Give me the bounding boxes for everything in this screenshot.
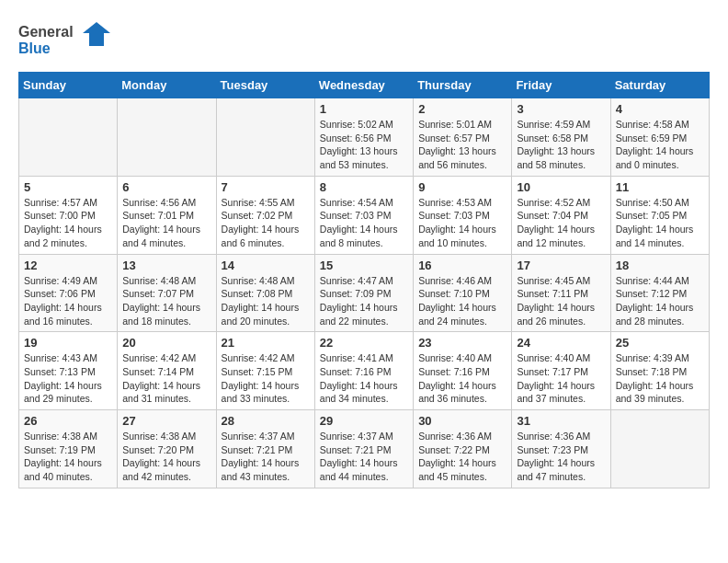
logo-svg: GeneralBlue bbox=[18, 18, 119, 63]
cell-text-line: Daylight: 14 hours and 29 minutes. bbox=[24, 379, 112, 406]
calendar-cell: 3Sunrise: 4:59 AMSunset: 6:58 PMDaylight… bbox=[512, 98, 610, 177]
cell-text-line: Sunrise: 4:41 AM bbox=[320, 351, 408, 365]
cell-text-line: Daylight: 13 hours and 58 minutes. bbox=[517, 144, 605, 171]
cell-text-line: Sunset: 7:15 PM bbox=[222, 365, 310, 379]
cell-text-line: Sunrise: 4:48 AM bbox=[222, 274, 310, 288]
cell-text-line: Sunrise: 4:42 AM bbox=[222, 351, 310, 365]
cell-text-line: Daylight: 14 hours and 12 minutes. bbox=[517, 223, 605, 249]
cell-text-line: Sunset: 7:09 PM bbox=[320, 287, 408, 301]
cell-text-line: Daylight: 14 hours and 33 minutes. bbox=[222, 379, 310, 406]
calendar-cell: 26Sunrise: 4:38 AMSunset: 7:19 PMDayligh… bbox=[19, 410, 118, 488]
day-number: 15 bbox=[320, 259, 408, 272]
calendar-cell: 5Sunrise: 4:57 AMSunset: 7:00 PMDaylight… bbox=[19, 176, 118, 254]
calendar-cell: 21Sunrise: 4:42 AMSunset: 7:15 PMDayligh… bbox=[216, 332, 314, 410]
day-number: 21 bbox=[222, 336, 310, 350]
cell-text-line: Sunrise: 4:56 AM bbox=[122, 196, 210, 210]
weekday-header-wednesday: Wednesday bbox=[314, 73, 413, 98]
cell-text-line: Sunrise: 4:43 AM bbox=[24, 351, 112, 365]
calendar-cell: 15Sunrise: 4:47 AMSunset: 7:09 PMDayligh… bbox=[314, 254, 413, 332]
cell-text-line: Sunrise: 4:37 AM bbox=[222, 430, 310, 443]
cell-text-line: Sunset: 7:22 PM bbox=[418, 443, 506, 457]
cell-content: Sunrise: 4:54 AMSunset: 7:03 PMDaylight:… bbox=[320, 196, 408, 250]
cell-text-line: Sunrise: 4:38 AM bbox=[24, 430, 112, 443]
cell-text-line: Sunset: 7:23 PM bbox=[517, 443, 605, 457]
cell-content: Sunrise: 4:49 AMSunset: 7:06 PMDaylight:… bbox=[24, 274, 112, 328]
weekday-header-friday: Friday bbox=[512, 73, 610, 98]
cell-text-line: Sunrise: 4:39 AM bbox=[616, 351, 704, 365]
day-number: 31 bbox=[517, 414, 605, 428]
calendar-cell: 1Sunrise: 5:02 AMSunset: 6:56 PMDaylight… bbox=[314, 98, 413, 177]
calendar-cell: 29Sunrise: 4:37 AMSunset: 7:21 PMDayligh… bbox=[314, 410, 413, 488]
cell-text-line: Sunset: 7:10 PM bbox=[418, 287, 506, 301]
week-row-2: 5Sunrise: 4:57 AMSunset: 7:00 PMDaylight… bbox=[19, 176, 710, 254]
cell-content: Sunrise: 4:44 AMSunset: 7:12 PMDaylight:… bbox=[616, 274, 704, 328]
cell-content: Sunrise: 4:57 AMSunset: 7:00 PMDaylight:… bbox=[24, 196, 112, 250]
cell-content: Sunrise: 4:36 AMSunset: 7:23 PMDaylight:… bbox=[517, 430, 605, 484]
weekday-header-sunday: Sunday bbox=[19, 73, 118, 98]
day-number: 3 bbox=[517, 102, 605, 116]
cell-text-line: Sunset: 7:00 PM bbox=[24, 209, 112, 223]
cell-text-line: Daylight: 14 hours and 8 minutes. bbox=[320, 223, 408, 249]
calendar-cell bbox=[216, 98, 314, 177]
cell-content: Sunrise: 4:37 AMSunset: 7:21 PMDaylight:… bbox=[320, 430, 408, 484]
cell-text-line: Sunrise: 4:50 AM bbox=[616, 196, 704, 210]
cell-text-line: Daylight: 14 hours and 0 minutes. bbox=[616, 144, 704, 171]
day-number: 5 bbox=[24, 180, 112, 194]
day-number: 4 bbox=[616, 102, 704, 116]
cell-content: Sunrise: 4:41 AMSunset: 7:16 PMDaylight:… bbox=[320, 351, 408, 406]
cell-text-line: Sunset: 7:17 PM bbox=[517, 365, 605, 379]
cell-text-line: Sunrise: 4:52 AM bbox=[517, 196, 605, 210]
calendar-cell: 28Sunrise: 4:37 AMSunset: 7:21 PMDayligh… bbox=[216, 410, 314, 488]
cell-text-line: Sunset: 7:02 PM bbox=[222, 209, 310, 223]
day-number: 28 bbox=[222, 414, 310, 428]
calendar-cell: 11Sunrise: 4:50 AMSunset: 7:05 PMDayligh… bbox=[610, 176, 709, 254]
cell-text-line: Sunrise: 4:55 AM bbox=[222, 196, 310, 210]
cell-text-line: Sunset: 6:58 PM bbox=[517, 132, 605, 145]
cell-content: Sunrise: 4:50 AMSunset: 7:05 PMDaylight:… bbox=[616, 196, 704, 250]
cell-text-line: Sunrise: 5:02 AM bbox=[320, 118, 408, 132]
calendar-cell: 12Sunrise: 4:49 AMSunset: 7:06 PMDayligh… bbox=[19, 254, 118, 332]
cell-content: Sunrise: 4:40 AMSunset: 7:16 PMDaylight:… bbox=[418, 351, 506, 406]
cell-content: Sunrise: 4:48 AMSunset: 7:08 PMDaylight:… bbox=[222, 274, 310, 328]
cell-text-line: Sunset: 7:12 PM bbox=[616, 287, 704, 301]
cell-content: Sunrise: 4:38 AMSunset: 7:19 PMDaylight:… bbox=[24, 430, 112, 484]
day-number: 16 bbox=[418, 259, 506, 272]
cell-text-line: Daylight: 14 hours and 39 minutes. bbox=[616, 379, 704, 406]
cell-content: Sunrise: 4:36 AMSunset: 7:22 PMDaylight:… bbox=[418, 430, 506, 484]
day-number: 6 bbox=[122, 180, 210, 194]
calendar-cell: 19Sunrise: 4:43 AMSunset: 7:13 PMDayligh… bbox=[19, 332, 118, 410]
day-number: 17 bbox=[517, 259, 605, 272]
cell-text-line: Sunset: 7:08 PM bbox=[222, 287, 310, 301]
cell-text-line: Sunrise: 4:48 AM bbox=[122, 274, 210, 288]
cell-content: Sunrise: 4:38 AMSunset: 7:20 PMDaylight:… bbox=[122, 430, 210, 484]
cell-text-line: Sunrise: 4:46 AM bbox=[418, 274, 506, 288]
cell-text-line: Daylight: 14 hours and 36 minutes. bbox=[418, 379, 506, 406]
day-number: 29 bbox=[320, 414, 408, 428]
header: GeneralBlue bbox=[18, 18, 710, 63]
weekday-header-row: SundayMondayTuesdayWednesdayThursdayFrid… bbox=[19, 73, 710, 98]
day-number: 23 bbox=[418, 336, 506, 350]
cell-text-line: Daylight: 14 hours and 37 minutes. bbox=[517, 379, 605, 406]
cell-content: Sunrise: 4:55 AMSunset: 7:02 PMDaylight:… bbox=[222, 196, 310, 250]
cell-content: Sunrise: 4:42 AMSunset: 7:15 PMDaylight:… bbox=[222, 351, 310, 406]
cell-text-line: Sunset: 7:19 PM bbox=[24, 443, 112, 457]
cell-text-line: Sunset: 7:06 PM bbox=[24, 287, 112, 301]
cell-content: Sunrise: 4:47 AMSunset: 7:09 PMDaylight:… bbox=[320, 274, 408, 328]
cell-text-line: Daylight: 14 hours and 28 minutes. bbox=[616, 301, 704, 327]
cell-content: Sunrise: 4:39 AMSunset: 7:18 PMDaylight:… bbox=[616, 351, 704, 406]
cell-text-line: Sunrise: 4:36 AM bbox=[418, 430, 506, 443]
logo: GeneralBlue bbox=[18, 18, 119, 63]
calendar-cell: 14Sunrise: 4:48 AMSunset: 7:08 PMDayligh… bbox=[216, 254, 314, 332]
cell-text-line: Sunset: 7:21 PM bbox=[222, 443, 310, 457]
cell-text-line: Sunrise: 4:45 AM bbox=[517, 274, 605, 288]
calendar-cell: 27Sunrise: 4:38 AMSunset: 7:20 PMDayligh… bbox=[118, 410, 216, 488]
day-number: 22 bbox=[320, 336, 408, 350]
day-number: 12 bbox=[24, 259, 112, 272]
day-number: 10 bbox=[517, 180, 605, 194]
day-number: 20 bbox=[122, 336, 210, 350]
calendar-cell: 10Sunrise: 4:52 AMSunset: 7:04 PMDayligh… bbox=[512, 176, 610, 254]
calendar-cell: 20Sunrise: 4:42 AMSunset: 7:14 PMDayligh… bbox=[118, 332, 216, 410]
weekday-header-saturday: Saturday bbox=[610, 73, 709, 98]
cell-text-line: Daylight: 14 hours and 6 minutes. bbox=[222, 223, 310, 249]
cell-text-line: Sunrise: 4:40 AM bbox=[517, 351, 605, 365]
